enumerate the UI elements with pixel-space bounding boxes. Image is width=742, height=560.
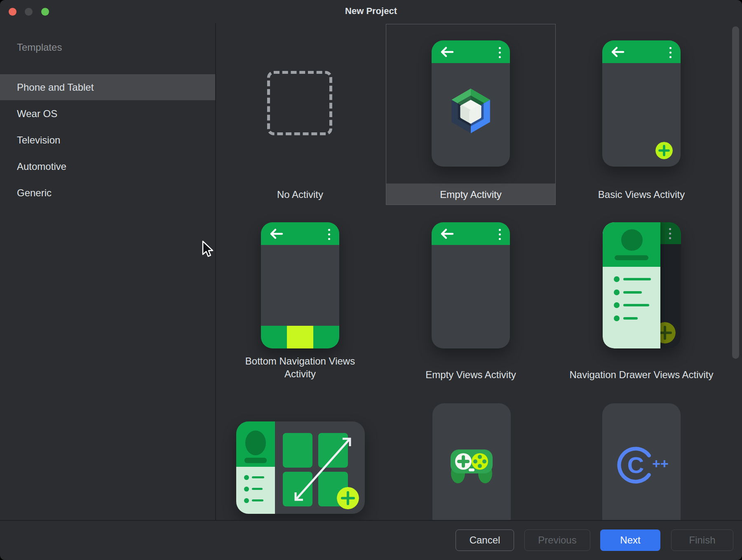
footer-divider: [0, 520, 742, 521]
drawer-list-line: [252, 488, 263, 490]
avatar: [245, 431, 266, 455]
kebab-menu-icon: [669, 228, 671, 242]
sidebar-item-label: Wear OS: [17, 108, 57, 119]
drawer-list-bullet: [244, 498, 249, 503]
mouse-cursor: [202, 240, 214, 259]
sidebar-item-label: Television: [17, 134, 60, 146]
drawer-list-bullet: [614, 276, 620, 282]
svg-text:C: C: [627, 452, 644, 478]
template-tile-responsive-views[interactable]: [215, 396, 385, 520]
template-tile-navigation-drawer-views-activity[interactable]: Navigation Drawer Views Activity: [556, 214, 727, 390]
phone-mockup: [261, 222, 339, 348]
back-arrow-icon: [610, 46, 625, 58]
template-tile-basic-views-activity[interactable]: Basic Views Activity: [556, 24, 727, 205]
kebab-menu-icon: [499, 47, 501, 61]
template-tile-native-cpp[interactable]: C ++: [556, 396, 727, 520]
appbar: [261, 222, 339, 245]
avatar: [621, 229, 643, 251]
template-label: Bottom Navigation Views Activity: [230, 355, 370, 380]
phone-mockup: [432, 403, 511, 520]
back-arrow-icon: [439, 46, 455, 58]
previous-button[interactable]: Previous: [524, 529, 590, 551]
phone-mockup: [602, 40, 681, 167]
cpp-icon: C ++: [617, 445, 670, 486]
drawer-list-line: [623, 304, 649, 306]
kebab-menu-icon: [499, 229, 501, 242]
appbar: [432, 222, 510, 245]
appbar: [602, 40, 681, 63]
template-label: Empty Activity: [385, 188, 556, 201]
cancel-button[interactable]: Cancel: [456, 529, 514, 551]
drawer-list-bullet: [244, 475, 249, 480]
compose-logo-icon: [449, 88, 492, 136]
phone-mockup: [432, 222, 510, 348]
kebab-menu-icon: [328, 229, 330, 242]
template-label: Navigation Drawer Views Activity: [556, 368, 727, 381]
drawer-list-line: [623, 317, 638, 320]
template-tile-no-activity[interactable]: No Activity: [215, 24, 385, 205]
template-tile-bottom-navigation-views-activity[interactable]: Bottom Navigation Views Activity: [215, 214, 385, 390]
bottom-nav-bar: [261, 326, 339, 348]
svg-text:++: ++: [652, 456, 669, 471]
sidebar-item-phone-and-tablet[interactable]: Phone and Tablet: [0, 74, 215, 100]
window-title: New Project: [0, 6, 742, 16]
phone-mockup: [432, 40, 510, 167]
sidebar-item-wear-os[interactable]: Wear OS: [0, 101, 215, 127]
drawer-list-line: [252, 476, 264, 478]
gamepad-icon: [451, 449, 493, 484]
sidebar-item-automotive[interactable]: Automotive: [0, 153, 215, 179]
kebab-menu-icon: [669, 47, 672, 61]
drawer-list-line: [252, 499, 263, 501]
sidebar-item-generic[interactable]: Generic: [0, 180, 215, 206]
template-label: Empty Views Activity: [385, 368, 556, 381]
template-tile-game-activity[interactable]: [385, 396, 556, 520]
sidebar-item-label: Phone and Tablet: [17, 82, 94, 93]
back-arrow-icon: [268, 228, 284, 240]
sidebar-item-television[interactable]: Television: [0, 127, 215, 153]
phone-mockup: C ++: [602, 403, 681, 520]
vertical-scrollbar-thumb[interactable]: [732, 26, 739, 359]
sidebar-item-label: Generic: [17, 187, 52, 198]
fab-plus-icon: [655, 142, 673, 159]
nav-drawer-panel: [603, 222, 660, 348]
drawer-list-bullet: [614, 289, 620, 295]
drawer-list-bullet: [614, 302, 620, 308]
template-label: Basic Views Activity: [556, 188, 727, 201]
avatar-name-bar: [244, 458, 267, 463]
template-label: No Activity: [215, 188, 385, 201]
tablet-responsive-icon: [236, 421, 365, 514]
dashed-placeholder-icon: [267, 71, 332, 135]
templates-heading: Templates: [17, 42, 62, 53]
finish-button[interactable]: Finish: [671, 529, 733, 551]
drawer-body: [236, 467, 275, 514]
phone-mockup: [603, 222, 681, 348]
fab-plus-icon: [337, 487, 359, 509]
template-tile-empty-activity[interactable]: Empty Activity: [386, 24, 556, 205]
back-arrow-icon: [439, 228, 455, 240]
drawer-list-bullet: [614, 315, 620, 321]
bottom-nav-selected-segment: [287, 326, 313, 348]
sidebar-item-label: Automotive: [17, 161, 66, 172]
appbar: [432, 40, 510, 63]
drawer-list-bullet: [244, 487, 249, 492]
avatar-name-bar: [615, 255, 648, 260]
new-project-dialog: New Project Templates Phone and Tablet W…: [0, 0, 742, 560]
next-button[interactable]: Next: [600, 529, 660, 551]
template-tile-empty-views-activity[interactable]: Empty Views Activity: [385, 214, 556, 390]
drawer-list-line: [623, 278, 651, 280]
drawer-list-line: [623, 291, 642, 294]
